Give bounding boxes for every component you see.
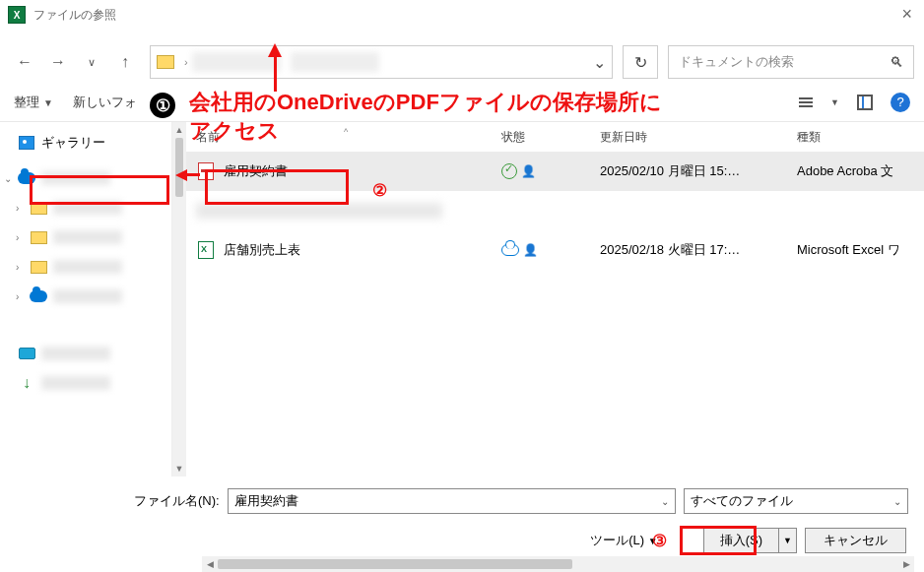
address-segment — [291, 52, 379, 72]
sidebar-item-folder[interactable]: › — [0, 252, 171, 282]
annotation-box-insert — [680, 526, 757, 555]
chevron-down-icon[interactable]: ⌄ — [4, 173, 12, 184]
chevron-down-icon[interactable]: ⌄ — [893, 496, 901, 507]
chevron-down-icon[interactable]: ⌄ — [661, 496, 669, 507]
file-name: 店舗別売上表 — [224, 241, 300, 259]
scroll-left-icon[interactable]: ◀ — [202, 556, 218, 572]
folder-icon — [157, 55, 174, 69]
insert-dropdown-icon[interactable]: ▼ — [779, 528, 797, 553]
column-name[interactable]: 名前^ — [196, 129, 501, 146]
scroll-up-icon[interactable]: ▲ — [172, 122, 186, 138]
folder-icon — [31, 261, 47, 274]
file-date: 2025/02/10 月曜日 15:… — [600, 162, 797, 180]
view-dropdown-icon[interactable]: ▼ — [830, 97, 839, 107]
back-button[interactable]: ← — [10, 47, 39, 77]
cancel-button[interactable]: キャンセル — [805, 528, 906, 553]
sidebar-item-gallery[interactable]: ギャラリー — [0, 128, 171, 158]
download-icon: ↓ — [23, 374, 31, 392]
tools-menu[interactable]: ツール(L) ▼ — [590, 532, 657, 549]
sidebar-label — [53, 260, 122, 274]
new-folder-button[interactable]: 新しいフォ — [73, 94, 137, 111]
scroll-thumb[interactable] — [175, 138, 183, 197]
shared-icon: 👤 — [521, 164, 536, 178]
address-bar[interactable]: › ⌄ — [150, 45, 613, 79]
filename-value: 雇用契約書 — [234, 492, 298, 510]
file-date: 2025/02/18 火曜日 17:… — [600, 241, 797, 259]
up-button[interactable]: ↑ — [110, 47, 140, 77]
recent-dropdown[interactable]: ∨ — [77, 47, 106, 77]
sort-asc-icon: ^ — [344, 127, 348, 137]
preview-pane-icon[interactable] — [857, 95, 873, 110]
search-icon: 🔍︎ — [890, 54, 903, 70]
cloud-icon — [30, 290, 47, 302]
sidebar-item-downloads[interactable]: ↓ — [0, 368, 171, 398]
window-title: ファイルの参照 — [33, 7, 116, 24]
chevron-right-icon[interactable]: › — [16, 291, 19, 302]
sidebar-label — [53, 230, 122, 244]
sidebar-scrollbar[interactable]: ▲ ▼ — [172, 122, 186, 477]
close-icon[interactable]: × — [901, 4, 912, 25]
view-list-icon[interactable] — [799, 97, 813, 107]
organize-menu[interactable]: 整理▼ — [14, 94, 53, 111]
search-input[interactable]: ドキュメントの検索 🔍︎ — [668, 45, 914, 79]
sidebar-label: ギャラリー — [41, 134, 105, 152]
refresh-button[interactable]: ↻ — [623, 45, 658, 79]
shared-icon: 👤 — [523, 243, 538, 257]
column-state[interactable]: 状態 — [501, 129, 600, 146]
sidebar-item-folder[interactable]: › — [0, 222, 171, 252]
chevron-right-icon: › — [184, 56, 188, 68]
annotation-box-sidebar — [30, 175, 169, 205]
folder-icon — [31, 231, 47, 244]
synced-icon — [501, 163, 517, 179]
excel-file-icon — [198, 241, 214, 259]
scroll-thumb[interactable] — [218, 559, 572, 569]
sidebar-label — [41, 347, 110, 360]
chevron-right-icon[interactable]: › — [16, 203, 19, 214]
address-dropdown-icon[interactable]: ⌄ — [593, 53, 606, 72]
gallery-icon — [19, 136, 34, 150]
filename-combo[interactable]: 雇用契約書 ⌄ — [228, 488, 676, 514]
scroll-right-icon[interactable]: ▶ — [898, 556, 914, 572]
forward-button[interactable]: → — [43, 47, 73, 77]
chevron-right-icon[interactable]: › — [16, 262, 19, 273]
desktop-icon — [19, 348, 35, 359]
filter-value: すべてのファイル — [691, 492, 793, 510]
column-type[interactable]: 種類 — [797, 129, 924, 146]
annotation-box-file — [205, 169, 349, 205]
horizontal-scrollbar[interactable]: ◀ ▶ — [202, 556, 914, 572]
address-segment — [192, 52, 281, 72]
filter-combo[interactable]: すべてのファイル ⌄ — [684, 488, 908, 514]
file-type: Microsoft Excel ワ — [797, 241, 924, 259]
sidebar-item-onedrive-sub[interactable]: › — [0, 282, 171, 311]
scroll-down-icon[interactable]: ▼ — [172, 461, 186, 477]
filename-label: ファイル名(N): — [134, 492, 220, 510]
excel-icon: X — [8, 6, 26, 24]
column-date[interactable]: 更新日時 — [600, 129, 797, 146]
chevron-right-icon[interactable]: › — [16, 232, 19, 243]
sidebar-label — [53, 289, 122, 303]
file-type: Adobe Acroba 文 — [797, 162, 924, 180]
help-icon[interactable]: ? — [891, 93, 910, 112]
sidebar-label — [41, 376, 110, 390]
search-placeholder: ドキュメントの検索 — [679, 53, 794, 71]
cloud-only-icon — [501, 244, 519, 256]
sidebar-item-desktop[interactable] — [0, 339, 171, 368]
file-row[interactable]: 店舗別売上表 👤 2025/02/18 火曜日 17:… Microsoft E… — [186, 230, 924, 270]
